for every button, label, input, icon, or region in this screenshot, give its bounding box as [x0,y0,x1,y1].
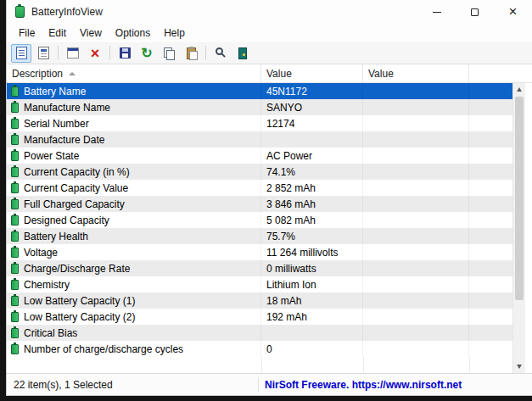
row-filler [469,309,512,325]
battery-icon [11,280,19,290]
paste-button[interactable] [181,44,201,63]
status-items-count: 22 item(s), 1 Selected [7,379,113,391]
close-button[interactable] [494,0,532,24]
row-value: 192 mAh [261,309,363,325]
row-description: Low Battery Capacity (2) [24,311,135,323]
menu-item-view[interactable]: View [73,25,109,41]
refresh-button[interactable] [137,44,157,63]
arrow-down-icon [517,365,522,369]
row-description: Manufacture Name [24,102,110,114]
table-row[interactable]: Current Capacity (in %)74.1% [7,164,512,180]
battery-icon [11,215,19,226]
save-report-button[interactable] [115,44,135,63]
table-row[interactable]: Battery Health75.7% [7,228,512,244]
scroll-up-button[interactable] [513,83,525,96]
row-filler [469,260,512,276]
table-row[interactable]: Low Battery Capacity (2)192 mAh [7,309,512,325]
column-header-description[interactable]: Description [7,64,261,82]
vertical-scrollbar[interactable] [512,83,525,373]
row-description-cell: Full Charged Capacity [7,196,261,212]
window-controls [417,0,532,24]
row-value [261,131,363,148]
table-row[interactable]: Charge/Discharge Rate0 milliwatts [7,260,512,276]
table-row[interactable]: Manufacture NameSANYO [7,99,512,115]
row-description: Current Capacity (in %) [24,166,130,178]
row-description-cell: Current Capacity (in %) [7,164,261,180]
maximize-button[interactable] [456,0,494,24]
properties-button[interactable] [63,44,83,63]
row-value: Lithium Ion [261,276,363,292]
save-icon [120,47,131,58]
row-value: 11 264 millivolts [261,244,363,260]
row-value-2 [363,341,469,357]
scroll-thumb[interactable] [515,97,524,300]
row-value-2 [363,83,469,99]
table-row[interactable]: Serial Number12174 [7,115,512,131]
exit-button[interactable] [232,44,253,63]
column-header-value-2[interactable]: Value [363,64,469,82]
minimize-button[interactable] [417,0,456,24]
toolbar-separator [58,46,59,60]
table-row[interactable]: ChemistryLithium Ion [7,276,512,292]
row-filler [469,180,512,196]
titlebar[interactable]: BatteryInfoView [7,0,532,24]
row-value-2 [363,276,469,292]
table-row[interactable]: Designed Capacity5 082 mAh [7,212,512,228]
row-description-cell: Number of charge/discharge cycles [7,341,261,357]
table-row[interactable]: Battery Name45N1172 [7,83,512,99]
row-description-cell: Critical Bias [7,325,261,341]
row-value: AC Power [261,148,363,164]
column-header-label: Description [12,68,63,80]
row-value-2 [363,196,469,212]
delete-item-button[interactable] [85,44,105,63]
battery-icon [11,231,19,242]
maximize-icon [471,8,479,16]
row-filler [469,99,512,115]
menu-item-edit[interactable]: Edit [42,25,73,41]
copy-icon [164,47,174,59]
row-value: 3 846 mAh [261,196,363,212]
find-icon [216,47,223,55]
menu-item-options[interactable]: Options [109,25,157,41]
row-filler [469,212,512,228]
row-description: Chemistry [24,279,70,291]
battery-icon [11,103,19,113]
row-description-cell: Battery Name [7,83,261,99]
row-value: 0 [261,341,363,357]
find-button[interactable] [210,44,231,63]
row-filler [469,228,512,244]
row-value-2 [363,244,469,260]
table-row[interactable]: Number of charge/discharge cycles0 [7,341,512,357]
table-row[interactable]: Low Battery Capacity (1)18 mAh [7,292,512,309]
table-row[interactable]: Manufacture Date [7,131,512,148]
scroll-down-button[interactable] [513,360,525,373]
table-row[interactable]: Full Charged Capacity3 846 mAh [7,196,512,212]
row-description: Voltage [24,247,58,259]
status-bar: 22 item(s), 1 Selected NirSoft Freeware.… [7,373,532,395]
menu-item-file[interactable]: File [12,25,42,41]
battery-icon [11,248,19,258]
battery-icon [11,264,19,274]
nirsoft-link[interactable]: NirSoft Freeware. https://www.nirsoft.ne… [265,379,462,391]
row-value: 74.1% [261,164,363,180]
general-info-view-button[interactable] [11,44,31,63]
table-row[interactable]: Power StateAC Power [7,148,512,164]
sort-ascending-icon [69,72,76,75]
copy-selected-button[interactable] [159,44,179,63]
battery-icon [11,344,19,354]
row-description-cell: Power State [7,148,261,164]
column-header-value[interactable]: Value [261,64,363,82]
row-value-2 [363,131,469,148]
toolbar-separator [109,46,110,60]
report-icon [16,47,27,59]
row-description: Manufacture Date [24,134,104,146]
table-row[interactable]: Voltage11 264 millivolts [7,244,512,260]
properties-icon [67,47,79,58]
window-title: BatteryInfoView [31,6,103,18]
row-description-cell: Designed Capacity [7,212,261,228]
battery-log-view-button[interactable] [33,44,53,63]
table-row[interactable]: Critical Bias [7,325,512,341]
table-row[interactable]: Current Capacity Value2 852 mAh [7,180,512,196]
row-description: Current Capacity Value [24,182,128,194]
menu-item-help[interactable]: Help [157,25,192,41]
